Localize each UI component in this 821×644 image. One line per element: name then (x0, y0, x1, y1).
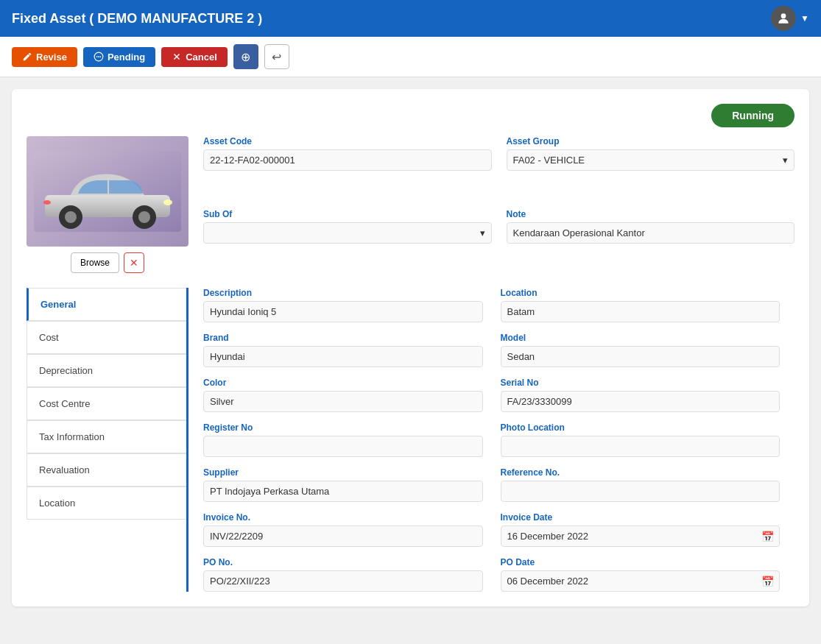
invoice-date-field: Invoice Date 📅 (501, 512, 781, 547)
page-title: Fixed Asset ( DEMO MANUFACTURE 2 ) (12, 11, 262, 26)
photo-location-field: Photo Location (501, 422, 781, 457)
asset-code-input[interactable] (203, 149, 492, 171)
tab-cost-centre[interactable]: Cost Centre (27, 387, 186, 420)
photo-location-input[interactable] (501, 436, 781, 457)
po-date-field: PO Date 📅 (501, 557, 781, 592)
location-field: Location (501, 288, 781, 322)
description-input[interactable] (203, 301, 483, 322)
revise-icon (22, 52, 32, 62)
svg-point-12 (138, 211, 150, 223)
revise-button[interactable]: Revise (12, 47, 77, 67)
tab-content-general: Description Location Brand Model (188, 288, 794, 592)
po-no-input[interactable] (203, 570, 483, 592)
po-date-input[interactable] (501, 570, 781, 592)
model-field: Model (501, 333, 781, 367)
reference-no-field: Reference No. (501, 467, 781, 502)
app-header: Fixed Asset ( DEMO MANUFACTURE 2 ) ▼ (0, 0, 821, 37)
note-input[interactable] (507, 222, 795, 244)
cancel-button[interactable]: Cancel (161, 47, 228, 67)
brand-field: Brand (203, 333, 483, 367)
serial-no-field: Serial No (501, 378, 781, 412)
color-input[interactable] (203, 391, 483, 412)
svg-point-14 (43, 200, 51, 205)
tab-general[interactable]: General (27, 288, 186, 321)
svg-point-2 (96, 56, 98, 57)
clear-image-button[interactable]: ✕ (124, 252, 144, 273)
register-no-input[interactable] (203, 436, 483, 457)
model-input[interactable] (501, 346, 781, 367)
chevron-down-icon: ▾ (783, 155, 788, 166)
brand-input[interactable] (203, 346, 483, 367)
user-avatar (771, 6, 796, 31)
description-field: Description (203, 288, 483, 322)
tabs-sidebar: General Cost Depreciation Cost Centre Ta… (27, 288, 188, 592)
main-content: Running (0, 77, 821, 618)
status-badge-area: Running (27, 104, 794, 127)
note-field: Note (507, 209, 795, 273)
tab-tax-information[interactable]: Tax Information (27, 420, 186, 453)
status-badge: Running (711, 104, 794, 127)
general-form: Description Location Brand Model (203, 288, 780, 592)
asset-card: Running (12, 89, 809, 606)
tab-revaluation[interactable]: Revaluation (27, 453, 186, 486)
pending-icon (94, 52, 104, 62)
top-section: Browse ✕ Asset Code Asset Group FA02 - V… (27, 136, 794, 273)
tab-cost[interactable]: Cost (27, 321, 186, 354)
toolbar: Revise Pending Cancel ⊕ ↩ (0, 37, 821, 77)
supplier-input[interactable] (203, 481, 483, 502)
svg-point-0 (781, 13, 786, 18)
svg-point-13 (163, 199, 172, 205)
svg-point-10 (65, 211, 77, 223)
chevron-down-icon-2: ▾ (480, 227, 485, 238)
bottom-section: General Cost Depreciation Cost Centre Ta… (27, 288, 794, 592)
location-input[interactable] (501, 301, 781, 322)
asset-image (27, 136, 188, 247)
invoice-date-input[interactable] (501, 526, 781, 547)
asset-image-area: Browse ✕ (27, 136, 188, 273)
sub-of-select[interactable]: ▾ (203, 222, 492, 244)
serial-no-input[interactable] (501, 391, 781, 412)
reference-no-input[interactable] (501, 481, 781, 502)
pending-button[interactable]: Pending (83, 47, 155, 67)
invoice-no-input[interactable] (203, 526, 483, 547)
color-field: Color (203, 378, 483, 412)
tab-location[interactable]: Location (27, 486, 186, 520)
supplier-field: Supplier (203, 467, 483, 502)
image-buttons: Browse ✕ (71, 252, 144, 273)
tab-depreciation[interactable]: Depreciation (27, 354, 186, 387)
calendar-icon-invoice[interactable]: 📅 (761, 531, 774, 542)
cancel-icon (172, 52, 182, 62)
asset-group-select[interactable]: FA02 - VEHICLE ▾ (507, 149, 795, 171)
invoice-no-field: Invoice No. (203, 512, 483, 547)
po-date-wrap: 📅 (501, 570, 781, 592)
svg-point-3 (98, 56, 99, 57)
add-icon: ⊕ (241, 50, 250, 64)
invoice-date-wrap: 📅 (501, 526, 781, 547)
calendar-icon-po[interactable]: 📅 (761, 576, 774, 587)
back-button[interactable]: ↩ (264, 44, 289, 69)
asset-code-field: Asset Code (203, 136, 492, 200)
register-no-field: Register No (203, 422, 483, 457)
browse-button[interactable]: Browse (71, 252, 119, 273)
car-illustration (34, 147, 181, 236)
back-icon: ↩ (272, 50, 281, 64)
user-caret-icon: ▼ (800, 13, 809, 24)
user-menu[interactable]: ▼ (771, 6, 809, 31)
asset-fields: Asset Code Asset Group FA02 - VEHICLE ▾ … (203, 136, 794, 273)
sub-of-field: Sub Of ▾ (203, 209, 492, 273)
add-button[interactable]: ⊕ (233, 44, 258, 69)
asset-group-field: Asset Group FA02 - VEHICLE ▾ (507, 136, 795, 200)
po-no-field: PO No. (203, 557, 483, 592)
svg-point-4 (99, 56, 101, 57)
